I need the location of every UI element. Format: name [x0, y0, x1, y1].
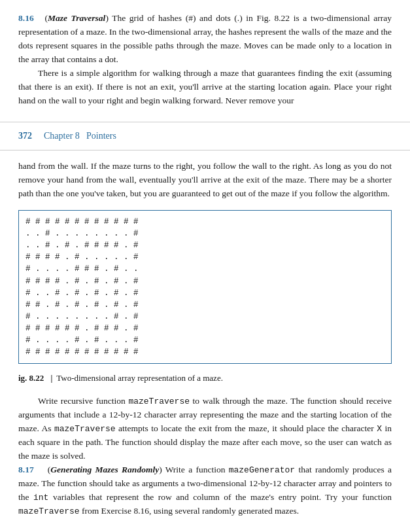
maze-row-0: # # # # # # # # # # # #	[26, 216, 384, 228]
fig-bar: |	[50, 372, 52, 385]
maze-row-10: # . . . . # . # . . . #	[26, 334, 384, 346]
exercise-817-body3: variables that represent the row and col…	[48, 492, 392, 502]
maze-row-4: # . . . . # # # . # . .	[26, 263, 384, 275]
exercise-817-body4: from Exercise 8.16, using several random…	[80, 506, 299, 516]
maze-row-1: . . # . . . . . . . . #	[26, 228, 384, 239]
exercise-816-number: 8.16	[18, 13, 34, 23]
maze-traverse-code-1: mazeTraverse	[128, 397, 190, 406]
maze-box: # # # # # # # # # # # # . . # . . . . . …	[18, 210, 392, 364]
exercise-817-number: 8.17	[18, 465, 34, 474]
fig-label: ig. 8.22	[18, 372, 44, 385]
chapter-topic: Pointers	[86, 129, 116, 143]
fig-description: Two-dimensional array representation of …	[56, 372, 223, 385]
maze-row-5: # # # # . # . # . # . #	[26, 275, 384, 287]
exercise-816-write-text: Write recursive function mazeTraverse to…	[18, 395, 392, 463]
maze-row-11: # # # # # # # # # # # #	[26, 346, 384, 358]
figure-caption: ig. 8.22 | Two-dimensional array represe…	[18, 372, 392, 385]
maze-row-6: # . . # . # . # . # . #	[26, 287, 384, 299]
x-code: X	[377, 424, 382, 434]
maze-traverse-code-3: mazeTraverse	[18, 506, 80, 516]
maze-row-2: . . # . # . # # # # . #	[26, 239, 384, 251]
continuation-text: hand from the wall. If the maze turns to…	[18, 160, 392, 201]
header-bar: 372 Chapter 8 Pointers	[0, 122, 410, 151]
write-text-3: attempts to locate the exit from the maz…	[116, 423, 377, 433]
exercise-816-body2: There is a simple algorithm for walking …	[18, 67, 392, 108]
exercise-816-write-section: Write recursive function mazeTraverse to…	[18, 395, 392, 463]
exercise-816-block: 8.16 (Maze Traversal) The grid of hashes…	[18, 12, 392, 107]
maze-row-3: # # # # . # . . . . . #	[26, 251, 384, 263]
exercise-817-title: Generating Mazes Randomly	[50, 465, 159, 474]
chapter-label: Chapter 8	[44, 129, 80, 143]
maze-row-8: # . . . . . . . . # . #	[26, 311, 384, 323]
exercise-816-text: 8.16 (Maze Traversal) The grid of hashes…	[18, 12, 392, 67]
write-text-1: Write recursive function	[38, 396, 128, 406]
maze-content: # # # # # # # # # # # # . . # . . . . . …	[26, 216, 384, 359]
exercise-817-block: 8.17 (Generating Mazes Randomly) Write a…	[18, 463, 392, 518]
maze-traverse-code-2: mazeTraverse	[54, 424, 116, 434]
int-code: int	[33, 493, 48, 503]
page-wrapper: 8.16 (Maze Traversal) The grid of hashes…	[0, 0, 410, 532]
page-number: 372	[18, 129, 32, 143]
exercise-817-body1: Write a function	[162, 465, 229, 474]
maze-row-9: # # # # # # . # # # . #	[26, 323, 384, 334]
main-content: hand from the wall. If the maze turns to…	[0, 151, 410, 532]
top-section: 8.16 (Maze Traversal) The grid of hashes…	[0, 0, 410, 122]
exercise-816-title: Maze Traversal	[48, 13, 105, 23]
maze-generator-code: mazeGenerator	[229, 465, 295, 475]
maze-row-7: # # . # . # . # . # . #	[26, 299, 384, 311]
exercise-817-text: 8.17 (Generating Mazes Randomly) Write a…	[18, 463, 392, 518]
